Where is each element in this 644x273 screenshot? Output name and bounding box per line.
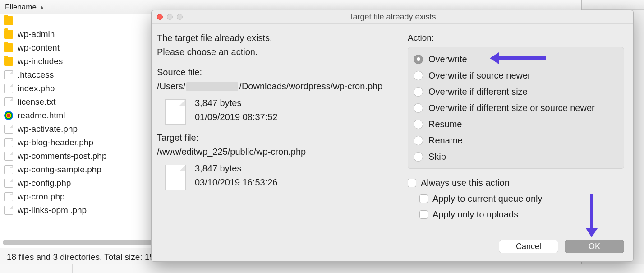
file-icon xyxy=(165,99,186,125)
file-name: wp-activate.php xyxy=(18,124,78,134)
action-section-label: Action: xyxy=(408,31,624,44)
ok-button[interactable]: OK xyxy=(565,240,624,253)
sort-asc-icon: ▲ xyxy=(39,4,45,10)
action-radio-skip[interactable]: Skip xyxy=(414,148,618,165)
source-file-path: /Users//Downloads/wordpress/wp-cron.php xyxy=(157,79,399,93)
target-file-path: /www/editwp_225/public/wp-cron.php xyxy=(157,145,399,159)
target-file-size: 3,847 bytes xyxy=(195,162,278,176)
radio-icon xyxy=(414,152,423,162)
file-icon xyxy=(4,192,13,201)
action-radio-overwrite[interactable]: Overwrite xyxy=(414,51,618,67)
checkbox-icon xyxy=(419,194,428,203)
file-name: index.php xyxy=(18,83,55,93)
file-icon xyxy=(4,152,13,161)
action-radio-resume[interactable]: Resume xyxy=(414,116,618,132)
file-name: wp-config.php xyxy=(18,178,71,188)
radio-icon xyxy=(414,120,423,129)
folder-icon xyxy=(4,57,13,66)
file-icon xyxy=(4,70,13,79)
dialog-message-2: Please choose an action. xyxy=(157,45,399,59)
file-icon xyxy=(165,165,186,190)
file-name: wp-content xyxy=(18,43,60,53)
source-path-post: /Downloads/wordpress/wp-cron.php xyxy=(239,79,382,93)
close-icon[interactable] xyxy=(157,14,163,20)
file-name: wp-config-sample.php xyxy=(18,165,101,175)
file-icon xyxy=(4,125,13,134)
file-icon xyxy=(4,97,13,106)
action-radio-rename[interactable]: Rename xyxy=(414,132,618,148)
checkbox-label: Apply to current queue only xyxy=(432,192,543,206)
radio-icon xyxy=(414,55,423,64)
file-icon xyxy=(4,138,13,147)
radio-label: Overwrite xyxy=(428,52,467,66)
file-name: wp-links-opml.php xyxy=(18,205,87,215)
file-name: license.txt xyxy=(18,97,55,107)
status-text: 18 files and 3 directories. Total size: … xyxy=(7,252,154,262)
action-radio-overwrite-if-different-size[interactable]: Overwrite if different size xyxy=(414,83,618,100)
target-file-date: 03/10/2019 16:53:26 xyxy=(195,176,278,190)
minimize-icon xyxy=(167,14,173,20)
file-name: .. xyxy=(18,16,23,26)
overwrite-dialog: Target file already exists The target fi… xyxy=(151,10,634,262)
folder-icon xyxy=(4,43,13,52)
checkbox-icon xyxy=(419,210,428,219)
action-radio-overwrite-if-different-size-or-source-newer[interactable]: Overwrite if different size or source ne… xyxy=(414,100,618,116)
apply-only-uploads-checkbox[interactable]: Apply only to uploads xyxy=(408,207,624,222)
radio-label: Overwrite if different size xyxy=(428,85,528,99)
file-name: wp-comments-post.php xyxy=(18,151,106,161)
action-radio-group: OverwriteOverwrite if source newerOverwr… xyxy=(408,47,624,169)
dialog-button-bar: Cancel OK xyxy=(152,237,633,261)
source-path-pre: /Users/ xyxy=(157,79,185,93)
radio-icon xyxy=(414,71,423,80)
radio-icon xyxy=(414,136,423,145)
dialog-right-column: Action: OverwriteOverwrite if source new… xyxy=(408,31,624,233)
source-file-label: Source file: xyxy=(157,65,399,79)
html-icon xyxy=(4,111,13,120)
radio-icon xyxy=(414,103,423,113)
apply-current-queue-checkbox[interactable]: Apply to current queue only xyxy=(408,191,624,207)
file-name: readme.html xyxy=(18,111,65,120)
checkbox-label: Apply only to uploads xyxy=(432,208,518,222)
dialog-left-column: The target file already exists. Please c… xyxy=(156,31,399,233)
zoom-icon xyxy=(177,14,183,20)
window-controls xyxy=(157,14,183,20)
radio-label: Overwrite if source newer xyxy=(428,69,531,83)
file-icon xyxy=(4,165,13,174)
folder-icon xyxy=(4,30,13,39)
action-radio-overwrite-if-source-newer[interactable]: Overwrite if source newer xyxy=(414,67,618,83)
radio-label: Overwrite if different size or source ne… xyxy=(428,101,595,115)
checkbox-icon xyxy=(408,179,416,187)
radio-icon xyxy=(414,87,423,97)
dialog-title: Target file already exists xyxy=(152,12,633,22)
file-name: wp-includes xyxy=(18,56,63,66)
target-file-label: Target file: xyxy=(157,131,399,145)
file-icon xyxy=(4,84,13,93)
radio-label: Skip xyxy=(428,150,446,164)
checkbox-label: Always use this action xyxy=(421,176,510,190)
dialog-message-1: The target file already exists. xyxy=(157,31,399,45)
button-label: OK xyxy=(589,242,600,251)
file-name: wp-blog-header.php xyxy=(18,138,93,148)
radio-label: Resume xyxy=(428,117,462,131)
always-use-action-checkbox[interactable]: Always use this action xyxy=(408,175,624,191)
source-file-date: 01/09/2019 08:37:52 xyxy=(195,110,278,124)
column-header-label: Filename xyxy=(5,3,37,12)
radio-label: Rename xyxy=(428,134,463,148)
redacted-segment xyxy=(186,82,238,91)
file-icon xyxy=(4,179,13,188)
cancel-button[interactable]: Cancel xyxy=(499,240,558,253)
bottom-strip xyxy=(0,264,644,273)
dialog-titlebar: Target file already exists xyxy=(152,10,633,24)
button-label: Cancel xyxy=(516,242,541,251)
folder-icon xyxy=(4,16,13,25)
file-name: wp-cron.php xyxy=(18,192,65,202)
file-name: .htaccess xyxy=(18,70,54,80)
file-icon xyxy=(4,206,13,215)
source-file-size: 3,847 bytes xyxy=(195,96,278,110)
file-name: wp-admin xyxy=(18,29,55,39)
